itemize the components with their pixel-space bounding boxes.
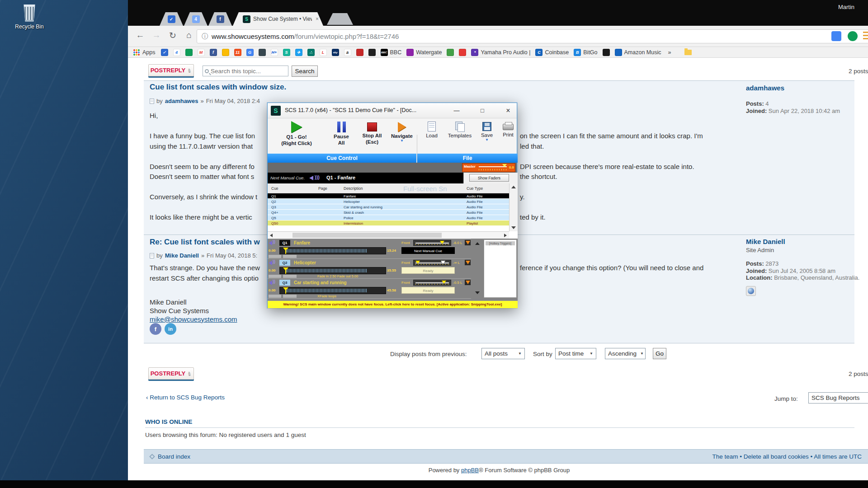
player-fader[interactable] <box>413 280 451 286</box>
player-fanfare[interactable]: )) Q1 Fanfare Front -6.0 L 0.00 15.24 Ne… <box>268 239 471 258</box>
bookmark-item[interactable]: ∴ <box>307 49 315 56</box>
bookmark-item[interactable]: sky <box>332 49 339 56</box>
print-button[interactable]: Print <box>498 120 518 152</box>
return-link[interactable]: ‹ Return to SCS Bug Reports <box>146 394 225 401</box>
back-button[interactable]: ← <box>134 30 146 40</box>
post-reply-button-bottom[interactable]: POSTREPLY ✎ <box>148 367 194 380</box>
bookmark-item[interactable] <box>459 49 466 56</box>
bookmark-item[interactable]: G <box>246 49 254 56</box>
bookmark-item[interactable] <box>368 49 376 56</box>
post1-author-link[interactable]: adamhawes <box>165 98 198 104</box>
bookmark-item[interactable] <box>185 49 193 56</box>
maximize-button[interactable]: □ <box>476 106 489 115</box>
bookmark-item[interactable]: * Yamaha Pro Audio | <box>471 49 530 56</box>
bookmark-item[interactable]: H+ <box>271 49 278 56</box>
bookmark-item[interactable]: ✓ <box>161 49 168 56</box>
delete-cookies-link[interactable]: Delete all board cookies <box>744 453 809 460</box>
player-mini-buttons[interactable] <box>269 275 297 278</box>
show-faders-button[interactable]: Show Faders <box>469 174 509 182</box>
cue-list-vscrollbar[interactable] <box>509 183 518 231</box>
browser-menu-icon[interactable] <box>863 32 868 40</box>
bookmark-item[interactable] <box>603 49 610 56</box>
players-scrollbar[interactable] <box>472 239 483 298</box>
extension-icon-green[interactable] <box>848 31 858 41</box>
scroll-down-icon[interactable] <box>475 291 480 294</box>
go-cue-button[interactable]: Q1 - Go! (Right Click) <box>271 120 322 152</box>
cue-row[interactable]: Q1 Fanfare Audio File <box>268 193 509 199</box>
display-posts-select[interactable]: All posts▼ <box>481 348 525 359</box>
tab-calendar[interactable]: 4 <box>184 12 208 26</box>
phpbb-link[interactable]: phpBB <box>461 467 479 474</box>
topic-search-input[interactable] <box>211 68 286 75</box>
forward-button[interactable]: → <box>151 30 162 40</box>
navigate-button[interactable]: Navigate ▼ <box>389 120 415 152</box>
post2-title[interactable]: Re: Cue list font scales with w <box>150 238 260 247</box>
bookmark-item[interactable] <box>356 49 363 56</box>
player-fader[interactable] <box>413 260 451 266</box>
bookmark-item[interactable]: M <box>198 49 205 56</box>
sort-dir-select[interactable]: Ascending▼ <box>605 348 646 359</box>
new-tab-button[interactable] <box>327 13 353 25</box>
extension-icon-blue[interactable] <box>831 31 841 41</box>
post-reply-button-top[interactable]: POSTREPLY ✎ <box>148 64 194 76</box>
scs-titlebar[interactable]: S SCS 11.7.0 (x64) - "SCS 11 Demo Cue Fi… <box>268 103 517 118</box>
pause-all-button[interactable]: Pause All <box>328 120 355 152</box>
chevron-down-icon[interactable]: ▼ <box>476 138 497 142</box>
site-info-icon[interactable]: ⓘ <box>202 33 208 41</box>
bookmark-item[interactable]: BBC BBC <box>381 49 402 56</box>
bookmark-item[interactable]: B BitGo <box>574 49 597 56</box>
bookmark-item[interactable]: Amazon Music <box>615 49 661 56</box>
minimize-button[interactable]: — <box>450 106 463 115</box>
facebook-icon[interactable]: f <box>150 323 161 335</box>
bookmark-item[interactable]: C Coinbase <box>535 49 569 56</box>
search-button[interactable]: Search <box>292 66 318 77</box>
player-waveform[interactable] <box>279 287 386 294</box>
recycle-bin-icon[interactable]: Recycle Bin <box>10 5 49 30</box>
sort-field-select[interactable]: Post time▼ <box>555 348 596 359</box>
home-button[interactable]: ⌂ <box>183 30 195 40</box>
bookmark-item[interactable]: ✈ <box>295 49 302 56</box>
templates-button[interactable]: Templates <box>444 120 476 152</box>
scroll-up-icon[interactable] <box>475 242 480 245</box>
master-fader[interactable]: Master 0.0 <box>462 163 515 172</box>
bookmark-item[interactable]: f <box>210 49 217 56</box>
reload-button[interactable]: ↻ <box>167 30 179 41</box>
bookmark-item[interactable] <box>447 49 454 56</box>
jump-to-select[interactable]: SCS Bug Reports <box>808 392 868 404</box>
tab-active[interactable]: S Show Cue System • View × <box>233 12 323 26</box>
player-waveform[interactable] <box>279 247 386 254</box>
tab-close-icon[interactable]: × <box>316 16 319 22</box>
bookmarks-folder-icon[interactable] <box>684 50 692 55</box>
bookmark-item[interactable] <box>222 49 229 56</box>
bookmark-item[interactable]: S <box>283 49 290 56</box>
stop-all-button[interactable]: Stop All (Esc) <box>358 120 387 152</box>
apps-grid-icon[interactable] <box>133 49 140 56</box>
player-helicopter[interactable]: )) Q2 Helicopter Front -∞ L 0.00 35.55 R… <box>268 258 471 278</box>
website-globe-button[interactable] <box>746 286 756 296</box>
player-mini-buttons[interactable] <box>269 255 297 258</box>
hscroll-thumb[interactable] <box>292 233 442 238</box>
cue-row[interactable]: Q2 Helicopter Audio File <box>268 199 509 204</box>
cue-row[interactable]: Q3 Car starting and running Audio File <box>268 204 509 210</box>
linkedin-icon[interactable]: in <box>165 323 176 335</box>
scroll-down-icon[interactable] <box>511 226 516 229</box>
cue-row[interactable]: Q5 Police Audio File <box>268 215 509 221</box>
post2-author-link[interactable]: Mike Daniell <box>165 252 199 259</box>
chevron-down-icon[interactable]: ▼ <box>389 139 415 143</box>
master-marker[interactable] <box>502 164 507 167</box>
bookmark-item[interactable] <box>259 49 266 56</box>
bookmarks-overflow-chevron[interactable]: » <box>668 49 671 56</box>
post1-title[interactable]: Cue list font scales with window size. <box>150 83 286 92</box>
load-button[interactable]: Load <box>420 120 443 152</box>
scroll-up-icon[interactable] <box>511 186 516 188</box>
bookmark-item[interactable]: Watergate <box>406 49 442 56</box>
board-index-link[interactable]: Board index <box>158 453 190 460</box>
bookmark-item[interactable]: L <box>320 49 327 56</box>
player-car[interactable]: )) Q3 Car starting and running Front -0.… <box>268 278 471 298</box>
the-team-link[interactable]: The team <box>712 453 738 460</box>
post2-sidebar-author[interactable]: Mike Daniell <box>746 238 785 245</box>
player-waveform[interactable] <box>279 267 386 274</box>
player-mini-buttons[interactable] <box>269 295 297 298</box>
bookmark-item[interactable]: 11 <box>234 49 241 56</box>
post1-sidebar-author[interactable]: adamhawes <box>746 84 784 92</box>
